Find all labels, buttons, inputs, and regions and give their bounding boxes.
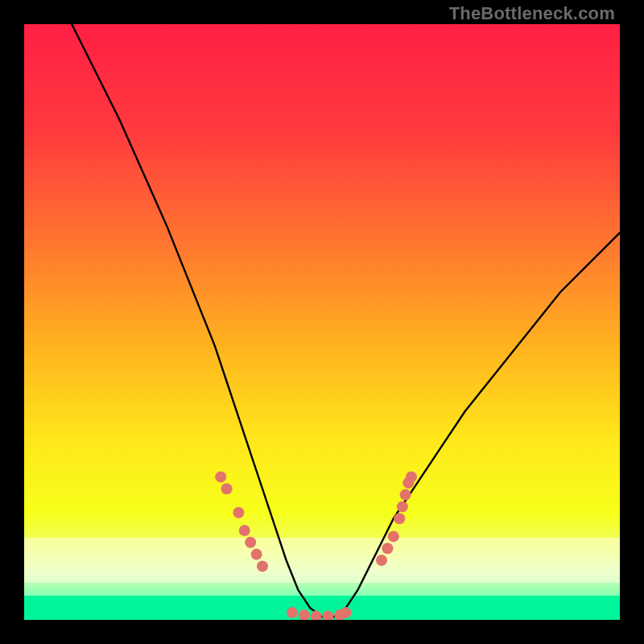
sample-markers [215, 471, 417, 620]
marker-dot [221, 483, 233, 494]
chart-frame: TheBottleneck.com [0, 0, 644, 644]
plot-area [24, 24, 620, 620]
marker-dot [287, 607, 298, 618]
marker-dot [251, 549, 262, 560]
marker-dot [257, 560, 268, 572]
marker-dot [245, 537, 256, 548]
marker-dot [406, 471, 417, 482]
marker-dot [376, 555, 387, 566]
marker-dot [311, 611, 322, 620]
marker-dot [397, 501, 408, 512]
marker-dot [233, 507, 244, 518]
marker-dot [341, 607, 352, 618]
marker-dot [215, 471, 226, 482]
marker-dot [388, 530, 399, 542]
marker-dot [322, 611, 333, 620]
watermark-text: TheBottleneck.com [449, 3, 615, 24]
marker-dot [382, 543, 393, 554]
curve-layer [24, 24, 620, 620]
marker-dot [239, 525, 250, 536]
marker-dot [400, 489, 411, 501]
marker-dot [394, 513, 405, 524]
bottleneck-curve [72, 24, 620, 617]
marker-dot [299, 609, 310, 620]
